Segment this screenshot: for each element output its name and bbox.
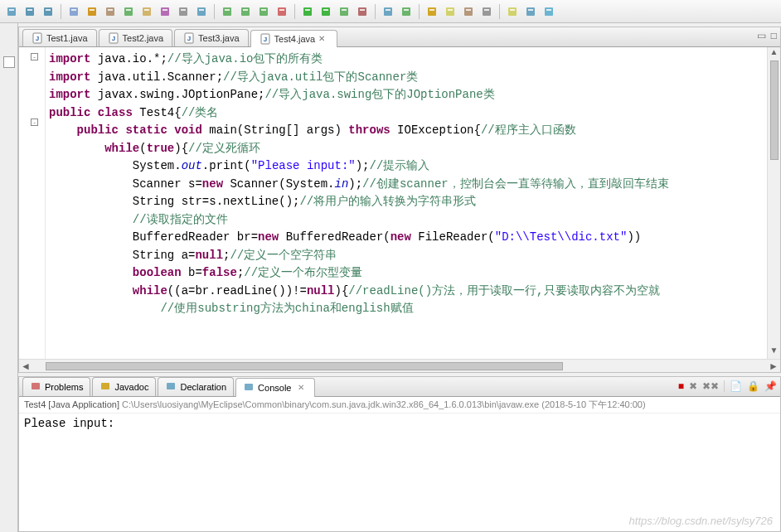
scroll-right-icon[interactable]: ►	[767, 360, 780, 372]
vertical-scrollbar[interactable]: ▲ ▼	[767, 47, 780, 359]
console-output[interactable]: Please input:	[19, 414, 780, 531]
svg-rect-28	[278, 7, 286, 16]
ant-icon[interactable]	[84, 3, 100, 20]
console-process-info: Test4 [Java Application] C:\Users\luosiy…	[19, 397, 780, 414]
svg-rect-55	[546, 9, 551, 11]
svg-rect-29	[279, 9, 284, 11]
minimize-view-icon[interactable]	[3, 56, 15, 68]
svg-rect-64	[32, 383, 40, 389]
scroll-lock-icon[interactable]: 🔒	[747, 380, 759, 392]
svg-rect-23	[225, 9, 230, 11]
terminate-icon[interactable]: ■	[678, 380, 684, 392]
save-all-icon[interactable]	[40, 3, 56, 20]
debug-ext-icon[interactable]	[219, 3, 235, 20]
pin-console-icon[interactable]: 📌	[764, 380, 777, 392]
svg-rect-1	[9, 9, 14, 11]
profile-icon[interactable]	[354, 3, 371, 20]
svg-rect-27	[261, 9, 266, 11]
svg-rect-37	[360, 9, 365, 11]
close-icon[interactable]: ✕	[318, 34, 328, 44]
editor-tab[interactable]: JTest1.java	[22, 29, 97, 46]
svg-rect-54	[545, 7, 553, 16]
maximize-editor-icon[interactable]: □	[771, 30, 777, 41]
search-icon[interactable]	[193, 3, 210, 20]
svg-rect-24	[241, 7, 250, 16]
svg-rect-10	[106, 7, 114, 16]
svg-text:J: J	[111, 35, 114, 42]
svg-rect-65	[101, 383, 109, 389]
scroll-up-icon[interactable]: ▲	[768, 47, 780, 60]
scroll-thumb[interactable]	[770, 60, 779, 160]
svg-rect-48	[483, 7, 491, 16]
package-icon[interactable]	[102, 3, 119, 20]
close-icon[interactable]: ✕	[298, 383, 308, 393]
svg-rect-22	[223, 7, 231, 16]
run-alt-icon[interactable]	[336, 3, 352, 20]
svg-rect-14	[143, 7, 151, 16]
external-tools-icon[interactable]	[274, 3, 290, 20]
run-ext-icon[interactable]	[237, 3, 254, 20]
svg-rect-7	[71, 9, 76, 11]
link-icon[interactable]	[460, 3, 477, 20]
editor-tab[interactable]: JTest3.java	[174, 29, 249, 46]
svg-rect-40	[402, 7, 410, 16]
svg-rect-18	[179, 7, 187, 16]
save-icon[interactable]	[22, 3, 38, 20]
perspective-icon[interactable]	[541, 3, 557, 20]
svg-rect-15	[144, 9, 149, 11]
remove-launch-icon[interactable]: ✖	[689, 380, 697, 392]
new-server-icon[interactable]	[380, 3, 396, 20]
scroll-thumb[interactable]	[46, 362, 563, 370]
svg-rect-34	[340, 7, 348, 16]
svg-rect-13	[126, 9, 131, 11]
java-file-icon: J	[32, 32, 43, 44]
svg-rect-36	[358, 7, 366, 16]
remove-all-icon[interactable]: ✖✖	[702, 380, 719, 392]
tab-label: Test4.java	[274, 34, 316, 44]
xml-icon[interactable]	[157, 3, 173, 20]
code-editor[interactable]: import java.io.*;//导入java.io包下的所有类 impor…	[46, 47, 767, 359]
new-class-icon[interactable]	[398, 3, 415, 20]
bottom-tab-declaration[interactable]: Declaration	[158, 377, 234, 396]
clear-console-icon[interactable]: 📄	[730, 380, 742, 392]
new-icon[interactable]	[3, 3, 20, 20]
fold-toggle-icon[interactable]: -	[31, 118, 38, 126]
scroll-down-icon[interactable]: ▼	[768, 346, 780, 359]
minimize-editor-icon[interactable]: ▭	[757, 30, 766, 41]
folder-icon[interactable]	[138, 3, 155, 20]
bottom-tab-console[interactable]: Console✕	[235, 378, 315, 397]
svg-rect-4	[44, 7, 52, 16]
tab-label: Javadoc	[114, 382, 148, 392]
svg-text:J: J	[36, 35, 39, 42]
wizard-icon[interactable]	[65, 3, 82, 20]
svg-rect-17	[163, 9, 167, 11]
format-icon[interactable]	[424, 3, 440, 20]
table-icon[interactable]	[175, 3, 192, 20]
bottom-tab-problems[interactable]: Problems	[22, 377, 90, 396]
declaration-icon	[165, 380, 177, 394]
svg-rect-45	[448, 9, 453, 11]
javadoc-icon	[99, 380, 111, 394]
svg-rect-9	[90, 9, 95, 11]
left-trim	[0, 23, 18, 532]
back-icon[interactable]	[504, 3, 521, 20]
open-type-icon[interactable]	[120, 3, 137, 20]
forward-icon[interactable]	[522, 3, 539, 20]
editor-tab[interactable]: JTest2.java	[99, 29, 173, 46]
scroll-left-icon[interactable]: ◄	[19, 360, 32, 372]
debug-green-icon[interactable]	[318, 3, 334, 20]
run-green-icon[interactable]	[299, 3, 316, 20]
svg-rect-8	[88, 7, 96, 16]
svg-rect-41	[404, 9, 409, 11]
debug-icon[interactable]	[255, 3, 272, 20]
svg-rect-44	[446, 7, 454, 16]
console-toolbar: ■ ✖ ✖✖ 📄 🔒 📌	[678, 380, 777, 392]
wrench-icon[interactable]	[478, 3, 495, 20]
svg-rect-5	[46, 9, 51, 11]
highlight-icon[interactable]	[442, 3, 458, 20]
fold-toggle-icon[interactable]: -	[31, 53, 38, 60]
svg-rect-52	[526, 7, 535, 16]
bottom-tab-javadoc[interactable]: Javadoc	[92, 377, 156, 396]
horizontal-scrollbar[interactable]: ◄ ►	[19, 359, 780, 372]
editor-tab[interactable]: JTest4.java✕	[250, 30, 338, 47]
